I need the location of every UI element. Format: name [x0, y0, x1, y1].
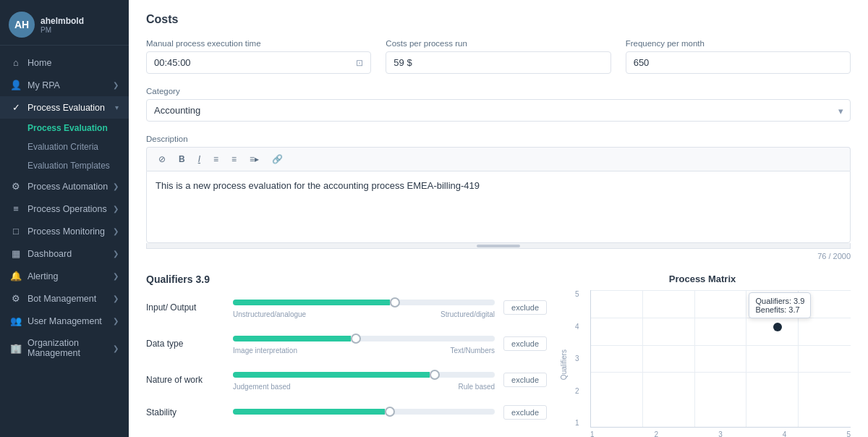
org-icon: 🏢	[10, 343, 22, 354]
chevron-right-icon: ❯	[113, 227, 119, 235]
my-rpa-icon: 👤	[10, 80, 22, 90]
matrix-title: Process Matrix	[554, 273, 851, 284]
bot-icon: ⚙	[10, 293, 22, 304]
sidebar-item-my-rpa[interactable]: 👤 My RPA ❯	[0, 74, 129, 96]
sidebar-item-label: Alerting	[27, 271, 58, 281]
avatar: AH	[9, 12, 35, 38]
slider-container	[233, 297, 495, 308]
qualifier-slider-area: Judgement based Rule based	[233, 369, 495, 391]
slider-labels: Image interpretation Text/Numbers	[233, 347, 495, 355]
dashboard-icon: ▦	[10, 248, 22, 259]
sidebar-sub-evaluation-criteria[interactable]: Evaluation Criteria	[0, 137, 129, 156]
category-select[interactable]: Accounting	[146, 99, 851, 122]
description-content: This is a new process evaluation for the…	[156, 180, 480, 191]
sidebar-item-user-management[interactable]: 👥 User Management ❯	[0, 310, 129, 332]
editor-scrollbar	[146, 243, 851, 249]
qualifier-slider-area: Image interpretation Text/Numbers	[233, 333, 495, 355]
matrix-chart: 5 4 3 2 1 Qualifiers: 3.9 Ben	[590, 290, 851, 428]
slider-fill	[233, 372, 430, 378]
sidebar-item-bot-management[interactable]: ⚙ Bot Management ❯	[0, 287, 129, 310]
sidebar-item-alerting[interactable]: 🔔 Alerting ❯	[0, 265, 129, 287]
toolbar-style-btn[interactable]: ⊘	[153, 151, 171, 167]
sidebar-item-dashboard[interactable]: ▦ Dashboard ❯	[0, 242, 129, 265]
clock-icon: ⊡	[356, 58, 363, 68]
sidebar-item-label: Process Monitoring	[27, 226, 105, 237]
sidebar-item-label: Home	[27, 58, 51, 68]
sidebar-item-label: Bot Management	[27, 294, 96, 304]
user-profile[interactable]: AH ahelmbold PM	[0, 0, 129, 46]
chevron-right-icon: ❯	[113, 317, 119, 325]
chevron-right-icon: ❯	[113, 344, 119, 352]
slider-track	[233, 336, 495, 341]
slider-thumb[interactable]	[385, 407, 395, 417]
sidebar-item-label: My RPA	[27, 80, 60, 90]
sidebar-item-process-monitoring[interactable]: □ Process Monitoring ❯	[0, 220, 129, 242]
sidebar-item-home[interactable]: ⌂ Home	[0, 51, 129, 74]
manual-execution-input[interactable]: 00:45:00 ⊡	[146, 51, 371, 74]
bottom-section: Qualifiers 3.9 Input/ Output Unstructure…	[146, 273, 851, 437]
monitoring-icon: □	[10, 226, 22, 237]
exclude-button[interactable]: exclude	[503, 300, 547, 315]
sidebar-sub-evaluation-templates[interactable]: Evaluation Templates	[0, 156, 129, 175]
qualifiers-section: Qualifiers 3.9 Input/ Output Unstructure…	[146, 273, 547, 437]
chevron-right-icon: ❯	[113, 205, 119, 213]
automation-icon: ⚙	[10, 181, 22, 192]
editor-toolbar: ⊘ B I ≡ ≡ ≡▸ 🔗	[146, 147, 851, 171]
users-icon: 👥	[10, 315, 22, 326]
tooltip-qualifiers: Qualifiers: 3.9	[755, 297, 804, 305]
sidebar-item-process-automation[interactable]: ⚙ Process Automation ❯	[0, 175, 129, 198]
chevron-right-icon: ❯	[113, 182, 119, 190]
sidebar-item-label: User Management	[27, 316, 102, 326]
qualifiers-title: Qualifiers 3.9	[146, 273, 547, 285]
slider-labels: Unstructured/analogue Structured/digital	[233, 310, 495, 318]
toolbar-link-btn[interactable]: 🔗	[266, 151, 289, 167]
toolbar-bold-btn[interactable]: B	[173, 151, 191, 167]
home-icon: ⌂	[10, 57, 22, 68]
toolbar-italic-btn[interactable]: I	[192, 151, 206, 167]
chevron-right-icon: ❯	[113, 272, 119, 280]
user-role: PM	[41, 26, 84, 34]
chevron-right-icon: ❯	[113, 81, 119, 89]
toolbar-ordered-list-btn[interactable]: ≡	[226, 151, 242, 167]
sidebar-item-process-operations[interactable]: ≡ Process Operations ❯	[0, 198, 129, 220]
slider-container	[233, 406, 495, 417]
category-field: Category Accounting	[146, 87, 851, 122]
costs-per-run-input[interactable]: 59 $	[386, 51, 610, 74]
sidebar-item-label: Organization Management	[27, 338, 113, 358]
qualifier-label: Data type	[146, 339, 233, 349]
sidebar-sub-process-evaluation[interactable]: Process Evaluation	[0, 119, 129, 137]
toolbar-indent-btn[interactable]: ≡▸	[244, 151, 265, 167]
frequency-input[interactable]: 650	[626, 51, 851, 74]
username: ahelmbold	[41, 16, 84, 26]
qualifier-slider-area	[233, 406, 495, 420]
costs-row: Manual process execution time 00:45:00 ⊡…	[146, 39, 851, 74]
tooltip: Qualifiers: 3.9 Benefits: 3.7	[749, 292, 811, 318]
sidebar-item-label: Process Operations	[27, 204, 107, 214]
y-axis-labels: 5 4 3 2 1	[575, 290, 579, 427]
exclude-button[interactable]: exclude	[503, 373, 547, 387]
slider-fill	[233, 300, 390, 305]
qualifier-input-output: Input/ Output Unstructured/analogue Stru…	[146, 297, 547, 318]
exclude-button[interactable]: exclude	[503, 405, 547, 420]
qualifier-label: Stability	[146, 407, 233, 417]
slider-thumb[interactable]	[430, 370, 440, 380]
main-content: Costs Manual process execution time 00:4…	[129, 0, 868, 437]
toolbar-list-btn[interactable]: ≡	[208, 151, 224, 167]
description-editor[interactable]: This is a new process evaluation for the…	[146, 171, 851, 243]
qualifier-data-type: Data type Image interpretation Text/Numb…	[146, 333, 547, 355]
scrollbar-thumb	[477, 245, 520, 247]
manual-execution-time-field: Manual process execution time 00:45:00 ⊡	[146, 39, 371, 74]
chevron-down-icon: ▾	[115, 103, 119, 111]
exclude-button[interactable]: exclude	[503, 336, 547, 351]
costs-per-run-field: Costs per process run 59 $	[386, 39, 610, 74]
check-icon: ✓	[10, 102, 22, 113]
slider-track	[233, 409, 495, 415]
slider-thumb[interactable]	[351, 334, 361, 344]
sidebar-item-org-management[interactable]: 🏢 Organization Management ❯	[0, 332, 129, 364]
sidebar-item-process-evaluation[interactable]: ✓ Process Evaluation ▾	[0, 96, 129, 119]
matrix-section: Process Matrix	[547, 273, 851, 437]
slider-container	[233, 333, 495, 344]
qualifier-label: Nature of work	[146, 375, 233, 385]
operations-icon: ≡	[10, 203, 22, 214]
slider-thumb[interactable]	[390, 297, 400, 307]
